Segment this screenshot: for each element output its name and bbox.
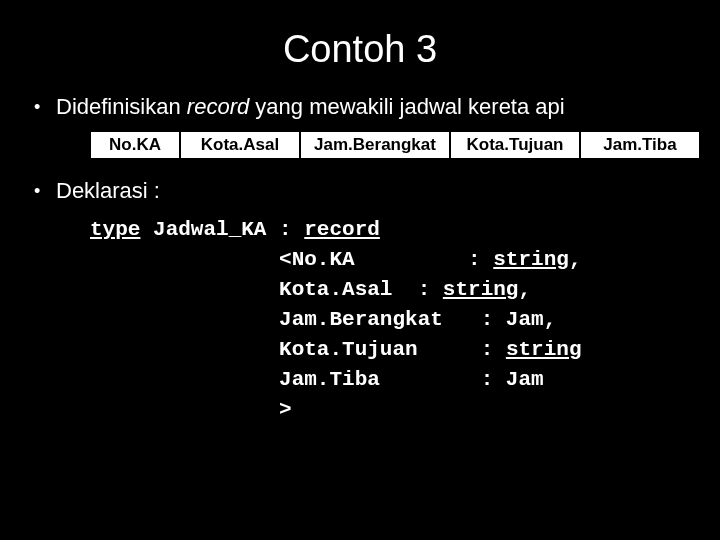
code-t: , — [569, 248, 582, 271]
code-t: , — [518, 278, 531, 301]
header-jamberangkat: Jam.Berangkat — [300, 131, 450, 159]
bullet-definition: • Didefinisikan record yang mewakili jad… — [34, 93, 686, 121]
bullet-marker: • — [34, 93, 56, 121]
header-kotatujuan: Kota.Tujuan — [450, 131, 580, 159]
kw-string: string — [493, 248, 569, 271]
code-t: <No.KA : — [90, 248, 493, 271]
text-pre: Didefinisikan — [56, 94, 187, 119]
kw-record: record — [304, 218, 380, 241]
code-t: Kota.Asal : — [90, 278, 443, 301]
code-t: Kota.Tujuan : — [90, 338, 506, 361]
code-t: Jam.Tiba : Jam — [90, 368, 544, 391]
bullet-text: Didefinisikan record yang mewakili jadwa… — [56, 93, 565, 121]
kw-string: string — [506, 338, 582, 361]
code-t: Jadwal_KA : — [140, 218, 304, 241]
bullet-marker: • — [34, 177, 56, 205]
slide-title: Contoh 3 — [0, 0, 720, 93]
bullet-declaration: • Deklarasi : — [34, 177, 686, 205]
content-area: • Didefinisikan record yang mewakili jad… — [0, 93, 720, 425]
header-kotaasal: Kota.Asal — [180, 131, 300, 159]
code-block: type Jadwal_KA : record <No.KA : string,… — [90, 215, 686, 425]
code-t: Jam.Berangkat : Jam, — [90, 308, 556, 331]
header-jamtiba: Jam.Tiba — [580, 131, 700, 159]
bullet-text: Deklarasi : — [56, 177, 160, 205]
text-em: record — [187, 94, 249, 119]
kw-string: string — [443, 278, 519, 301]
field-header-row: No.KA Kota.Asal Jam.Berangkat Kota.Tujua… — [90, 131, 702, 159]
header-noka: No.KA — [90, 131, 180, 159]
kw-type: type — [90, 218, 140, 241]
code-t: > — [90, 398, 292, 421]
text-post: yang mewakili jadwal kereta api — [249, 94, 565, 119]
